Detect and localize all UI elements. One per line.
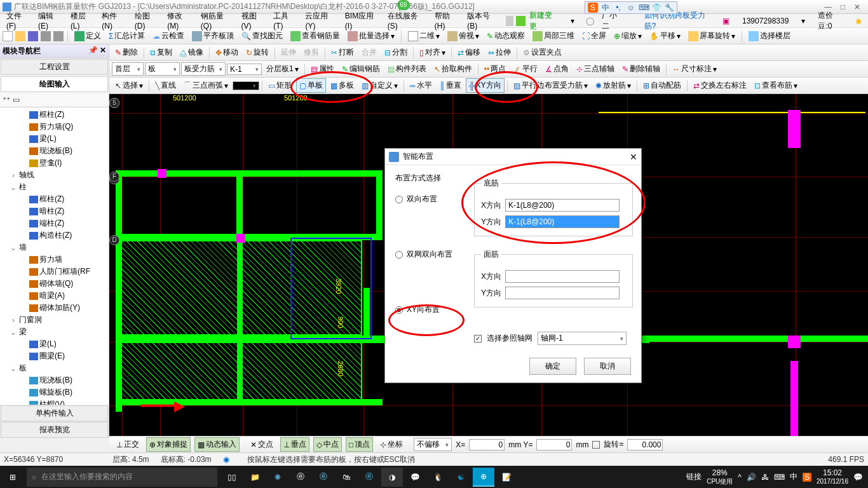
tray-net-icon[interactable]: 🖧: [761, 473, 769, 482]
custom-tool[interactable]: ▥自定义▾: [358, 78, 401, 93]
two-point-button[interactable]: ••两点: [481, 62, 509, 76]
redo-icon[interactable]: [53, 31, 64, 41]
bottom-x-input[interactable]: [505, 199, 620, 212]
coord-toggle[interactable]: ⊹ 坐标: [377, 437, 406, 452]
tree-item[interactable]: 螺旋板(B): [1, 386, 107, 398]
menu-online[interactable]: 在线服务(S): [384, 11, 431, 30]
search-box[interactable]: ○ 在这里输入你要搜索的内容: [27, 468, 217, 487]
grip-button[interactable]: ⚙设置夹点: [520, 45, 565, 60]
y-input[interactable]: [536, 439, 572, 451]
topview-button[interactable]: 俯视▾: [445, 29, 482, 43]
ggj-icon[interactable]: ⊕: [473, 468, 494, 487]
offset-select[interactable]: 不偏移: [414, 438, 452, 451]
local3d-button[interactable]: 局部三维: [530, 29, 577, 43]
start-button[interactable]: ⊞: [0, 466, 25, 488]
wechat-icon[interactable]: 💬: [404, 468, 426, 487]
tree-item[interactable]: 圈梁(E): [1, 350, 107, 362]
pick-comp-button[interactable]: ↖拾取构件: [431, 62, 475, 76]
tree-item[interactable]: 暗柱(Z): [1, 205, 107, 217]
menu-draw[interactable]: 绘图(D): [131, 11, 163, 30]
snap-toggle[interactable]: ⊕ 对象捕捉: [146, 437, 191, 452]
single-panel-tool[interactable]: ▢单板: [296, 78, 326, 93]
ie2-icon[interactable]: ⓔ: [358, 468, 380, 487]
offset-button[interactable]: ⇄偏移: [454, 45, 484, 60]
tray-link[interactable]: 链接: [686, 471, 702, 482]
ime-keyboard[interactable]: ⌨: [639, 3, 649, 13]
property-button[interactable]: ▤属性: [308, 62, 337, 76]
view-rebar-button[interactable]: 查看钢筋量: [288, 29, 342, 43]
cancel-button[interactable]: 取消: [584, 358, 631, 375]
delete-button[interactable]: ✎删除: [112, 45, 141, 60]
select-tool[interactable]: ↖选择▾: [112, 78, 146, 93]
menubar[interactable]: 文件(F) 编辑(E) 楼层(L) 构件(N) 绘图(D) 修改(M) 钢筋量(…: [0, 14, 868, 28]
ime-lang[interactable]: 中: [600, 3, 611, 13]
tab-draw-input[interactable]: 绘图输入: [1, 76, 108, 92]
break-button[interactable]: ✂打断: [328, 45, 357, 60]
tree-item[interactable]: 梁(L): [1, 133, 107, 145]
find-button[interactable]: 🔍查找图元: [239, 29, 285, 43]
tab-single-input[interactable]: 单构件输入: [1, 405, 108, 421]
vert-button[interactable]: ║垂直: [437, 78, 465, 93]
tree-item[interactable]: ⌄梁: [1, 326, 107, 338]
tree-item[interactable]: 暗梁(A): [1, 290, 107, 302]
horiz-button[interactable]: ═水平: [407, 78, 435, 93]
radio-bidir[interactable]: 双向布置: [395, 194, 471, 205]
tree-item[interactable]: 框柱(Z): [1, 109, 107, 121]
ime-settings[interactable]: 🔧: [664, 3, 674, 13]
tray-sogou[interactable]: S: [803, 473, 811, 482]
save-icon[interactable]: [28, 31, 38, 41]
status-toolbar[interactable]: ⊥ 正交 ⊕ 对象捕捉 ▦ 动态输入 ✕ 交点 ⊥ 垂点 ◇ 中点 □ 顶点 ⊹…: [109, 436, 868, 452]
ime-emoji[interactable]: ☺: [626, 3, 636, 13]
tree-item[interactable]: 柱帽(V): [1, 398, 107, 405]
tree-item[interactable]: ›门窗洞: [1, 314, 107, 326]
panel-pin-icon[interactable]: 📌 ✕: [88, 46, 106, 57]
tree-item[interactable]: 剪力墙(Q): [1, 121, 107, 133]
bottom-y-input[interactable]: [505, 215, 620, 228]
x-input[interactable]: [469, 439, 505, 451]
linetype-select[interactable]: [233, 81, 259, 90]
radial-button[interactable]: ✺放射筋▾: [592, 78, 634, 93]
undo-icon[interactable]: [41, 31, 51, 41]
selector-toolbar[interactable]: 首层 板 板受力筋 K-1 分层板1▾ ▤属性 ✎编辑钢筋 ▤构件列表 ↖拾取构…: [109, 61, 868, 78]
tree-item[interactable]: ⌄板: [1, 362, 107, 374]
layer-button[interactable]: 分层板1▾: [263, 62, 302, 76]
task-view-icon[interactable]: ▯▯: [221, 468, 243, 487]
menu-edit[interactable]: 编辑(E): [34, 11, 67, 30]
tree-item[interactable]: 梁(L): [1, 338, 107, 350]
orbit-button[interactable]: ✎动态观察: [484, 29, 527, 43]
tab-project-settings[interactable]: 工程设置: [1, 59, 108, 75]
rect-tool[interactable]: ▭矩形: [265, 78, 295, 93]
menu-version[interactable]: 版本号(B): [463, 11, 503, 30]
split-button[interactable]: ⊟分割: [381, 45, 410, 60]
swap-label-button[interactable]: ⇄交换左右标注: [690, 78, 750, 93]
move-button[interactable]: ✥移动: [212, 45, 241, 60]
dialog-close-button[interactable]: ✕: [630, 152, 637, 162]
midpoint-toggle[interactable]: ◇ 中点: [313, 437, 342, 452]
intersect-toggle[interactable]: ✕ 交点: [247, 437, 276, 452]
point-angle-button[interactable]: ∡点角: [542, 62, 572, 76]
draw-toolbar[interactable]: ↖选择▾ ╲直线 ⌒三点画弧▾ ▭矩形 ▢单板 ▦多板 ▥自定义▾ ═水平 ║垂…: [109, 78, 868, 94]
2d-button[interactable]: 二维▾: [405, 29, 442, 43]
radio-xy[interactable]: XY向布置: [395, 304, 471, 315]
rotate-checkbox[interactable]: [592, 441, 600, 449]
ortho-toggle[interactable]: ⊥ 正交: [113, 437, 142, 452]
menu-bim[interactable]: BIM应用(I): [341, 11, 384, 30]
zoom-button[interactable]: ⊕缩放▾: [611, 29, 644, 43]
qq-icon[interactable]: ☯: [450, 468, 471, 487]
open-icon[interactable]: [15, 31, 25, 41]
comp-list-button[interactable]: ▤构件列表: [384, 62, 430, 76]
app-icon-2[interactable]: ◑: [381, 468, 403, 487]
view-rebar-layout-button[interactable]: ⊡查看布筋▾: [751, 78, 801, 93]
tree-item[interactable]: 现浇板(B): [1, 145, 107, 157]
dyn-input-toggle[interactable]: ▦ 动态输入: [194, 437, 240, 452]
xy-direction-button[interactable]: ╬XY方向: [466, 78, 505, 93]
edit-toolbar[interactable]: ✎删除 ⧉复制 ⧋镜像 ✥移动 ↻旋转 延伸 修剪 ✂打断 合并 ⊟分割 ▯对齐…: [109, 44, 868, 61]
ref-grid-checkbox[interactable]: ✓: [474, 335, 482, 342]
name-select[interactable]: K-1: [227, 64, 262, 75]
stretch-button[interactable]: ⇔拉伸: [485, 45, 514, 60]
clock-time[interactable]: 15:02: [817, 469, 848, 477]
three-point-button[interactable]: ⊹三点辅轴: [573, 62, 618, 76]
align-top-button[interactable]: 平齐板顶: [189, 29, 236, 43]
edge-icon[interactable]: ⓔ: [290, 468, 311, 487]
new-icon[interactable]: [3, 31, 13, 41]
